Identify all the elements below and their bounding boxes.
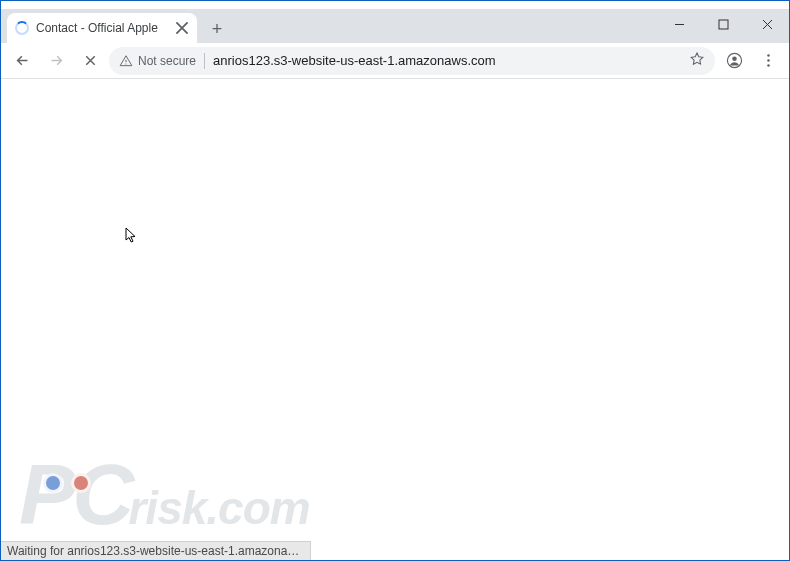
address-bar[interactable]: Not secure anrios123.s3-website-us-east-… — [109, 47, 715, 75]
tab-title: Contact - Official Apple — [36, 21, 168, 35]
profile-avatar-button[interactable] — [719, 46, 749, 76]
tab-strip: Contact - Official Apple + — [1, 9, 789, 43]
page-content: PC risk.com Waiting for anrios123.s3-web… — [1, 79, 789, 560]
browser-toolbar: Not secure anrios123.s3-website-us-east-… — [1, 43, 789, 79]
svg-point-6 — [767, 64, 770, 67]
svg-rect-0 — [719, 20, 728, 29]
back-button[interactable] — [7, 46, 37, 76]
watermark-pc: PC — [19, 445, 130, 544]
tab-close-button[interactable] — [175, 21, 189, 35]
watermark: PC risk.com — [19, 445, 310, 544]
menu-button[interactable] — [753, 46, 783, 76]
url-text: anrios123.s3-website-us-east-1.amazonaws… — [213, 53, 681, 68]
svg-point-3 — [732, 56, 737, 61]
window-titlebar — [1, 1, 789, 9]
watermark-dot-red — [71, 473, 91, 493]
stop-reload-button[interactable] — [75, 46, 105, 76]
svg-point-4 — [767, 54, 770, 57]
window-minimize-button[interactable] — [657, 9, 701, 39]
watermark-risk: risk.com — [128, 481, 309, 535]
security-label: Not secure — [138, 54, 196, 68]
loading-spinner-icon — [15, 21, 29, 35]
browser-tab[interactable]: Contact - Official Apple — [7, 13, 197, 43]
omnibox-divider — [204, 53, 205, 69]
window-close-button[interactable] — [745, 9, 789, 39]
new-tab-button[interactable]: + — [203, 15, 231, 43]
watermark-dot-blue — [43, 473, 63, 493]
security-indicator[interactable]: Not secure — [119, 54, 196, 68]
svg-point-1 — [125, 63, 126, 64]
window-controls — [657, 9, 789, 39]
mouse-cursor-icon — [124, 227, 138, 249]
not-secure-icon — [119, 54, 133, 68]
svg-point-5 — [767, 59, 770, 62]
forward-button[interactable] — [41, 46, 71, 76]
watermark-dots — [43, 473, 91, 493]
window-maximize-button[interactable] — [701, 9, 745, 39]
bookmark-star-icon[interactable] — [689, 51, 705, 70]
status-bar: Waiting for anrios123.s3-website-us-east… — [1, 541, 311, 560]
